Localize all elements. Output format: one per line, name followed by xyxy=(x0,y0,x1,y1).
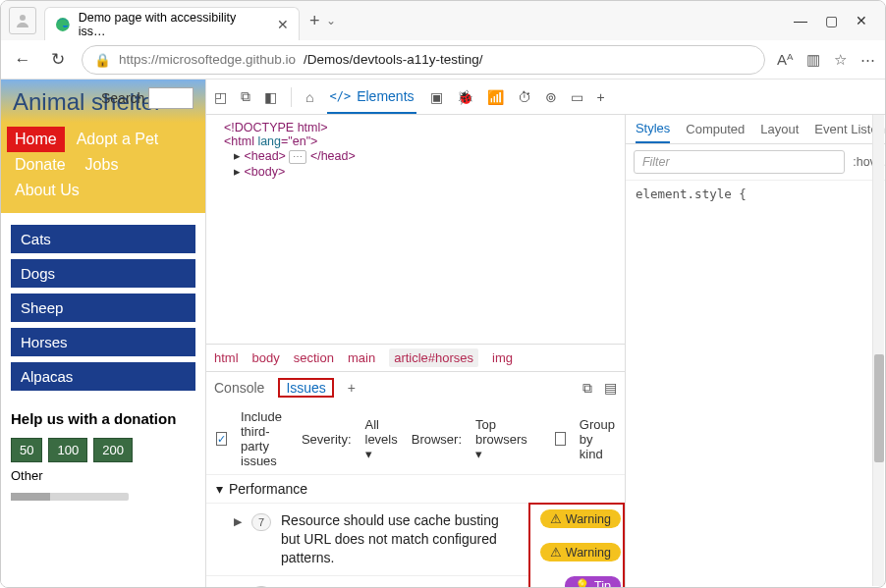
more-tabs-button[interactable]: + xyxy=(597,89,605,105)
devtools-toolbar: ◰ ⧉ ◧ ⌂ </>Elements ▣ 🐞 📶 ⏱ ⊚ ▭ + ⋯ ▤ ✕ xyxy=(206,80,886,115)
browser-dropdown[interactable]: Top browsers ▾ xyxy=(475,417,527,461)
tab-title: Demo page with accessibility iss… xyxy=(79,11,263,38)
browser-tab[interactable]: Demo page with accessibility iss… ✕ xyxy=(44,7,300,40)
tab-close-icon[interactable]: ✕ xyxy=(277,17,289,32)
donate-100[interactable]: 100 xyxy=(48,438,87,462)
close-window-button[interactable]: ✕ xyxy=(856,13,867,28)
svg-point-1 xyxy=(56,18,70,31)
crumb-img: img xyxy=(492,350,513,365)
drawer-console-tab[interactable]: Console xyxy=(214,380,264,396)
application-tab-icon[interactable]: ▭ xyxy=(571,89,583,105)
donate-50[interactable]: 50 xyxy=(11,438,42,462)
issue-row[interactable]: ▶ 1 Response should not include unneeded… xyxy=(206,575,528,588)
performance-tab-icon[interactable]: ⏱ xyxy=(518,89,531,105)
network-tab-icon[interactable]: 📶 xyxy=(487,89,504,105)
address-bar: ← ↻ 🔒 https://microsoftedge.github.io/De… xyxy=(1,40,885,80)
dom-breadcrumb[interactable]: html body section main article#horses im… xyxy=(206,344,625,371)
maximize-button[interactable]: ▢ xyxy=(825,13,838,28)
donation-heading: Help us with a donation xyxy=(11,410,195,428)
browser-label: Browser: xyxy=(412,432,462,447)
favorite-icon[interactable]: ☆ xyxy=(834,51,847,69)
issues-list[interactable]: ▾ Performance ▶ 7 Resource should use ca… xyxy=(206,475,625,588)
cat-cats[interactable]: Cats xyxy=(11,225,195,253)
computed-tab[interactable]: Computed xyxy=(686,122,745,136)
memory-tab-icon[interactable]: ⊚ xyxy=(545,89,557,105)
sources-tab-icon[interactable]: 🐞 xyxy=(457,89,473,105)
drawer-tool-1[interactable]: ⧉ xyxy=(582,380,592,397)
styles-tabs: Styles Computed Layout Event Listeners ⌄ xyxy=(626,115,886,144)
donate-200[interactable]: 200 xyxy=(93,438,133,462)
collections-icon[interactable]: ▥ xyxy=(806,51,820,69)
dock-icon[interactable]: ◧ xyxy=(264,89,277,105)
url-path: /Demos/devtools-a11y-testing/ xyxy=(304,52,482,67)
main-nav: Home Adopt a Pet Donate Jobs About Us xyxy=(1,123,205,213)
issue-row[interactable]: ▶ 7 Resource should use cache busting bu… xyxy=(206,503,528,575)
drawer-tool-2[interactable]: ▤ xyxy=(604,380,617,397)
back-button[interactable]: ← xyxy=(11,50,34,70)
search-input[interactable] xyxy=(148,87,194,109)
issues-controls: ✓ Include third-party issues Severity: A… xyxy=(206,403,625,475)
tabs-chevron-icon[interactable]: ⌄ xyxy=(326,14,336,27)
elements-tab[interactable]: </>Elements xyxy=(327,80,415,114)
window-controls: ― ▢ ✕ xyxy=(794,13,877,28)
cat-horses[interactable]: Horses xyxy=(11,328,195,356)
severity-dropdown[interactable]: All levels ▾ xyxy=(365,417,398,461)
nav-adopt[interactable]: Adopt a Pet xyxy=(69,127,167,152)
group-by-kind-label: Group by kind xyxy=(580,417,615,461)
include-thirdparty-label: Include third-party issues xyxy=(241,409,288,468)
crumb-body: body xyxy=(252,350,280,365)
cat-alpacas[interactable]: Alpacas xyxy=(11,362,195,391)
donation-section: Help us with a donation 50 100 200 Other xyxy=(1,402,205,491)
cat-sheep[interactable]: Sheep xyxy=(11,294,195,322)
nav-about[interactable]: About Us xyxy=(7,178,87,203)
drawer-tabs: Console Issues + ⧉ ▤ xyxy=(206,372,625,403)
devtools-vertical-scrollbar[interactable] xyxy=(872,115,884,586)
horizontal-scrollbar[interactable] xyxy=(11,493,129,501)
drawer-issues-tab[interactable]: Issues xyxy=(282,374,329,401)
tip-badge: 💡 Tip xyxy=(565,576,621,588)
issue-message: Resource should use cache busting but UR… xyxy=(281,511,519,567)
dom-tree[interactable]: <!DOCTYPE html> <html lang="en"> ▸ <head… xyxy=(206,115,625,344)
crumb-section: section xyxy=(294,350,334,365)
menu-icon[interactable]: ⋯ xyxy=(860,51,875,69)
profile-avatar[interactable] xyxy=(9,7,36,34)
nav-donate[interactable]: Donate xyxy=(7,152,74,178)
crumb-html: html xyxy=(214,350,239,365)
crumb-main: main xyxy=(348,350,375,365)
nav-jobs[interactable]: Jobs xyxy=(78,152,127,178)
minimize-button[interactable]: ― xyxy=(794,13,807,28)
layout-tab[interactable]: Layout xyxy=(760,122,799,136)
group-by-kind-checkbox[interactable]: ✓ xyxy=(555,432,566,446)
new-tab-button[interactable]: + xyxy=(305,7,324,35)
expand-icon[interactable]: ▶ xyxy=(234,515,242,528)
refresh-button[interactable]: ↻ xyxy=(46,49,70,70)
styles-filter-input[interactable]: Filter xyxy=(634,150,845,174)
device-toggle-icon[interactable]: ⧉ xyxy=(241,88,250,105)
nav-home[interactable]: Home xyxy=(7,127,65,152)
warning-badge: ⚠ Warning xyxy=(540,509,621,528)
element-style-block[interactable]: element.style { xyxy=(626,181,886,207)
scrollbar-thumb[interactable] xyxy=(874,354,884,462)
webpage-pane: Animal shelter Search Home Adopt a Pet D… xyxy=(1,80,205,588)
cat-dogs[interactable]: Dogs xyxy=(11,259,195,288)
url-host: https://microsoftedge.github.io xyxy=(119,52,296,67)
issue-count: 7 xyxy=(251,513,271,531)
drawer-add-tab[interactable]: + xyxy=(348,380,356,396)
styles-tab[interactable]: Styles xyxy=(636,115,670,143)
include-thirdparty-checkbox[interactable]: ✓ xyxy=(216,432,227,446)
category-performance[interactable]: ▾ Performance xyxy=(206,475,625,503)
page-hero: Animal shelter Search xyxy=(1,80,205,123)
crumb-article: article#horses xyxy=(389,348,478,367)
lock-icon[interactable]: 🔒 xyxy=(94,52,111,68)
donate-other-label: Other xyxy=(11,468,195,483)
dom-tree-pane: <!DOCTYPE html> <html lang="en"> ▸ <head… xyxy=(206,115,626,588)
search-label: Search xyxy=(101,90,144,106)
read-aloud-icon[interactable]: Aᴬ xyxy=(777,51,793,69)
inspect-icon[interactable]: ◰ xyxy=(214,89,227,105)
devtools-drawer: Console Issues + ⧉ ▤ ✓ Include third-par… xyxy=(206,371,625,588)
badge-group-performance: ⚠ Warning ⚠ Warning 💡 Tip 💡 Tip xyxy=(528,503,625,588)
url-field[interactable]: 🔒 https://microsoftedge.github.io/Demos/… xyxy=(82,45,765,75)
console-tab-icon[interactable]: ▣ xyxy=(430,89,443,105)
warning-badge: ⚠ Warning xyxy=(540,543,621,561)
welcome-tab-icon[interactable]: ⌂ xyxy=(305,89,313,105)
